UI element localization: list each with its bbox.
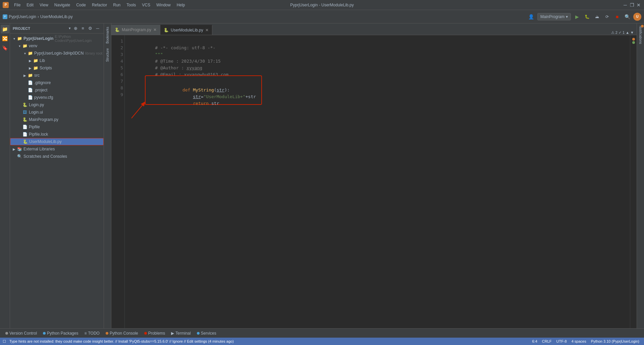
code-text-4a: # @Author : [155, 65, 186, 70]
sidebar-settings-icon[interactable]: ⚙ [87, 25, 94, 32]
tab-usermodulelib[interactable]: 🐍 UserModuleLib.py ✕ [160, 25, 212, 35]
menu-window[interactable]: Window [154, 2, 173, 8]
tree-item-external-libs[interactable]: ▶ 📚 External Libraries [10, 145, 104, 153]
menu-tools[interactable]: Tools [124, 2, 139, 8]
avatar[interactable]: U [633, 13, 641, 21]
menu-view[interactable]: View [37, 2, 51, 8]
tree-label-scratches: Scratches and Consoles [23, 154, 67, 159]
tree-item-usermodulelib[interactable]: ▶ 🐍 UserModuleLib.py [10, 138, 104, 145]
code-area[interactable]: # -*- coding: utf-8 -*- """ # @Time : 20… [125, 35, 630, 328]
code-line-3: # @Time : 2023/4/30 17:15 [129, 51, 626, 58]
activity-bookmarks[interactable]: 🔖 [1, 44, 9, 52]
toolbar-right: 👤 MainProgram ▾ ▶ 🐛 ⛰ ⟳ ■ 🔍 U [527, 13, 641, 21]
search-button[interactable]: 🔍 [623, 13, 631, 21]
window-title: PyprjUserLogin - UserModuleLib.py [290, 3, 354, 7]
menu-help[interactable]: Help [174, 2, 188, 8]
tree-item-pipfilelock[interactable]: ▶ 📄 Pipfile.lock [10, 131, 104, 138]
bottom-tab-problems[interactable]: Problems [142, 330, 168, 337]
sidebar-locate-icon[interactable]: ⊕ [72, 25, 79, 32]
profile-button[interactable]: ⟳ [603, 13, 611, 21]
run-config-label: MainProgram [540, 14, 565, 19]
status-indent[interactable]: 4 spaces [570, 339, 588, 343]
menu-navigate[interactable]: Navigate [52, 2, 73, 8]
status-bar: ☐ Type hints are not installed: they cou… [0, 338, 644, 345]
menu-run[interactable]: Run [110, 2, 123, 8]
left-panels: Bookmarks Structure [104, 23, 111, 328]
bottom-tab-python-console[interactable]: Python Console [103, 330, 141, 337]
sidebar-minimize-icon[interactable]: ─ [94, 25, 101, 32]
line-num-1: 1 [113, 38, 123, 45]
tree-item-pipfile[interactable]: ▶ 📄 Pipfile [10, 123, 104, 131]
packages-dot [43, 332, 46, 335]
menu-file[interactable]: File [11, 2, 23, 8]
structure-panel[interactable]: Structure [105, 46, 110, 64]
tab-close-mainprogram[interactable]: ✕ [153, 27, 157, 32]
run-config-selector[interactable]: MainProgram ▾ [537, 13, 571, 20]
folder-icon-root: 📁 [17, 36, 22, 41]
tree-item-scripts[interactable]: ▶ 📁 Scripts [10, 64, 104, 72]
tree-item-lib[interactable]: ▶ 📁 Lib [10, 57, 104, 64]
status-line-ending[interactable]: CRLF [540, 339, 554, 343]
coverage-button[interactable]: ⛰ [593, 13, 601, 21]
tree-item-venv[interactable]: ▾ 📁 venv [10, 42, 104, 50]
debug-button[interactable]: 🐛 [583, 13, 591, 21]
activity-vcs[interactable]: 🔀 [1, 34, 9, 43]
stop-button[interactable]: ■ [613, 13, 621, 21]
activity-project[interactable]: 📁 [1, 25, 9, 33]
toolbar: P PyprjUserLogin › UserModuleLib.py 👤 Ma… [0, 10, 644, 23]
tree-item-pyvenv[interactable]: ▶ 📄 pyvenv.cfg [10, 94, 104, 101]
tree-item-project-file[interactable]: ▶ 📄 .project [10, 86, 104, 94]
bottom-tab-services[interactable]: Services [194, 330, 219, 337]
close-button[interactable]: ✕ [636, 2, 641, 8]
status-message[interactable]: Type hints are not installed: they could… [7, 338, 236, 345]
bottom-tab-terminal[interactable]: ▶ Terminal [168, 330, 193, 337]
bottom-tab-todo-icon: ≡ [84, 331, 87, 336]
run-button[interactable]: ▶ [573, 13, 581, 21]
breadcrumb-file: UserModuleLib.py [40, 14, 73, 19]
user-icon-button[interactable]: 👤 [527, 13, 535, 21]
folder-icon-scripts: 📁 [33, 65, 38, 71]
popup-line-1: def MyString(str): [151, 80, 256, 87]
run-config-arrow: ▾ [566, 14, 568, 19]
bottom-tab-bar: Version Control Python Packages ≡ TODO P… [0, 328, 644, 338]
tab-mainprogram[interactable]: 🐍 MainProgram.py ✕ [111, 25, 160, 35]
tree-item-gitignore[interactable]: ▶ 📄 .gitignore [10, 79, 104, 86]
menu-vcs[interactable]: VCS [139, 2, 153, 8]
editor-area: 🐍 MainProgram.py ✕ 🐍 UserModuleLib.py ✕ … [111, 23, 637, 328]
bottom-tab-packages[interactable]: Python Packages [40, 330, 81, 337]
menu-edit[interactable]: Edit [24, 2, 36, 8]
folder-icon-lib-root: 📁 [28, 51, 33, 56]
popup-box: def MyString(str): str="UserModuleLib+"+… [145, 75, 262, 105]
bottom-tab-todo[interactable]: ≡ TODO [82, 330, 102, 337]
tree-item-login-py[interactable]: ▶ 🐍 Login.py [10, 101, 104, 109]
sidebar: Project ▾ ⊕ ≡ ⚙ ─ ▾ 📁 PyprjUserLogin E:\… [10, 23, 104, 328]
tree-arrow-scripts: ▶ [28, 65, 33, 71]
file-icon-gitignore: 📄 [28, 80, 33, 85]
tab-close-usermodulelib[interactable]: ✕ [205, 28, 209, 32]
menu-refactor[interactable]: Refactor [89, 2, 110, 8]
tree-item-scratches[interactable]: ▶ 🔍 Scratches and Consoles [10, 153, 104, 160]
minimize-button[interactable]: ─ [623, 2, 628, 8]
status-position[interactable]: 6:4 [530, 339, 539, 343]
tree-item-lib-root[interactable]: ▾ 📁 PyprjUserLogin-3dHp0DCN library root [10, 50, 104, 57]
maximize-button[interactable]: ❐ [629, 2, 635, 8]
bookmarks-panel[interactable]: Bookmarks [105, 25, 110, 46]
tree-label-scripts: Scripts [40, 66, 52, 70]
line-numbers: 1 2 3 4 5 6 7 8 9 [111, 35, 125, 328]
sidebar-collapse-icon[interactable]: ≡ [79, 25, 86, 32]
status-encoding[interactable]: UTF-8 [554, 339, 569, 343]
tree-label-lib-root: PyprjUserLogin-3dHp0DCN [34, 51, 84, 56]
file-icon-pipfile: 📄 [22, 124, 28, 130]
sidebar-dropdown-arrow[interactable]: ▾ [69, 26, 71, 30]
tree-item-login-ui[interactable]: ▶ 🖼 Login.ui [10, 109, 104, 116]
tree-item-src[interactable]: ▶ 📁 src [10, 72, 104, 79]
status-python[interactable]: Python 3.10 (PyprjUserLogin) [589, 339, 641, 343]
bottom-tab-vcs[interactable]: Version Control [3, 330, 40, 337]
tree-item-mainprogram[interactable]: ▶ 🐍 MainProgram.py [10, 116, 104, 123]
tab-bar: 🐍 MainProgram.py ✕ 🐍 UserModuleLib.py ✕ … [111, 23, 637, 35]
status-right: 6:4 CRLF UTF-8 4 spaces Python 3.10 (Pyp… [530, 339, 641, 343]
services-dot [197, 332, 200, 335]
tree-item-root[interactable]: ▾ 📁 PyprjUserLogin E:\Python Codes\Pyprj… [10, 35, 104, 42]
menu-code[interactable]: Code [73, 2, 89, 8]
notifications-panel[interactable]: Notifications [638, 25, 644, 45]
